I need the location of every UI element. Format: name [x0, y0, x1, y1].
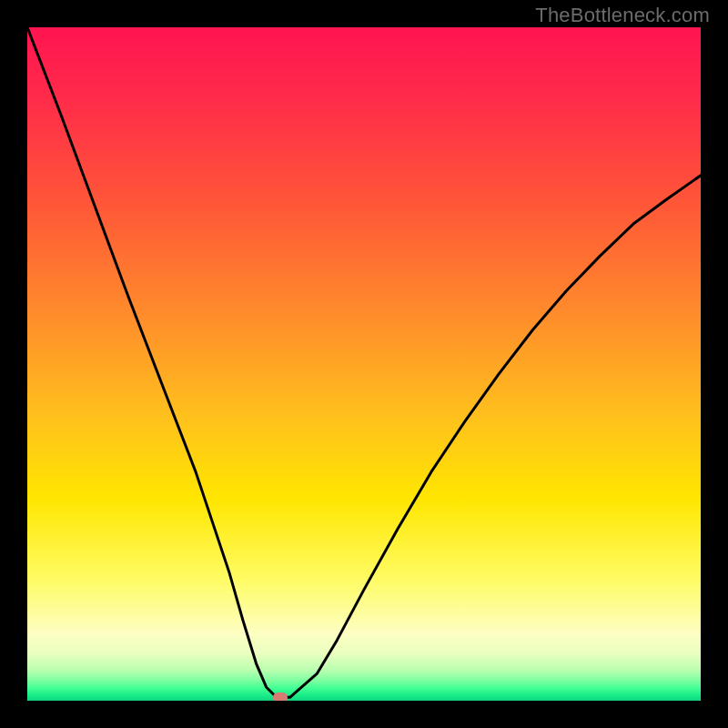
watermark-text: TheBottleneck.com — [535, 4, 710, 27]
bottleneck-curve — [27, 27, 701, 697]
plot-area — [27, 27, 701, 701]
curve-layer — [27, 27, 701, 701]
chart-frame: TheBottleneck.com — [0, 0, 728, 728]
min-marker — [273, 693, 288, 701]
